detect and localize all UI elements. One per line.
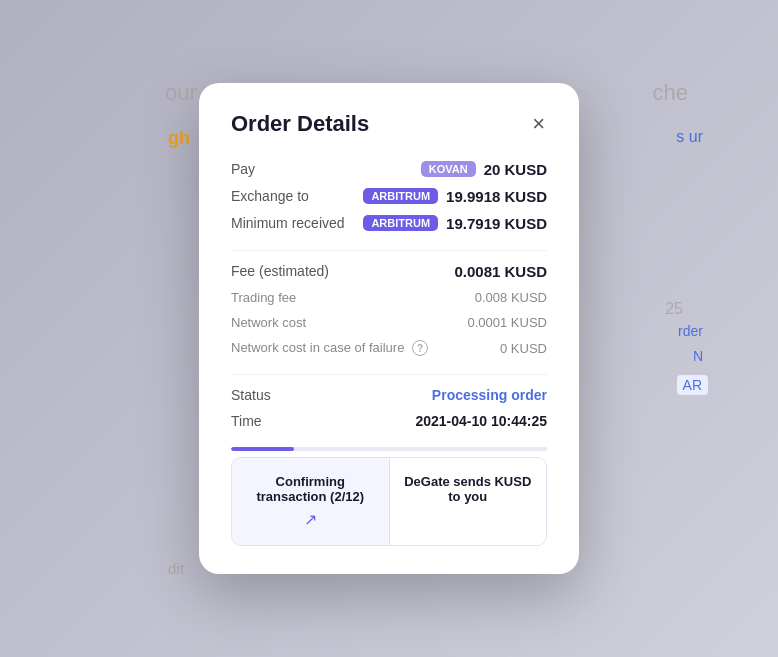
bg-blue-text: s ur (676, 128, 703, 146)
step-2: DeGate sends KUSD to you (390, 458, 547, 545)
min-received-label: Minimum received (231, 215, 345, 231)
network-cost-failure-label: Network cost in case of failure ? (231, 340, 428, 357)
exchange-row: Exchange to ARBITRUM 19.9918 KUSD (231, 188, 547, 205)
progress-bar-fill (231, 447, 294, 451)
close-button[interactable]: × (530, 111, 547, 137)
pay-row: Pay KOVAN 20 KUSD (231, 161, 547, 178)
steps-container: Confirming transaction (2/12) ↗ DeGate s… (231, 457, 547, 546)
status-row: Status Processing order (231, 387, 547, 403)
step-2-title: DeGate sends KUSD to you (404, 474, 533, 504)
step-1-title: Confirming transaction (2/12) (246, 474, 375, 504)
fee-estimated-value: 0.0081 KUSD (454, 263, 547, 280)
trading-fee-label: Trading fee (231, 290, 296, 305)
network-cost-failure-value: 0 KUSD (500, 341, 547, 356)
fee-estimated-label: Fee (estimated) (231, 263, 329, 279)
status-section: Status Processing order Time 2021-04-10 … (231, 387, 547, 429)
min-received-value-group: ARBITRUM 19.7919 KUSD (363, 215, 547, 232)
time-label: Time (231, 413, 262, 429)
bg-label-rder: rder (678, 323, 703, 339)
modal-header: Order Details × (231, 111, 547, 137)
network-cost-failure-row: Network cost in case of failure ? 0 KUSD (231, 340, 547, 357)
pay-label: Pay (231, 161, 255, 177)
network-cost-row: Network cost 0.0001 KUSD (231, 315, 547, 330)
bg-label-ar: AR (677, 375, 708, 395)
bg-text-tr: che (653, 80, 688, 106)
pay-value-group: KOVAN 20 KUSD (421, 161, 547, 178)
exchange-label: Exchange to (231, 188, 309, 204)
status-label: Status (231, 387, 271, 403)
exchange-value-group: ARBITRUM 19.9918 KUSD (363, 188, 547, 205)
min-received-row: Minimum received ARBITRUM 19.7919 KUSD (231, 215, 547, 232)
fee-estimated-row: Fee (estimated) 0.0081 KUSD (231, 263, 547, 280)
trading-fee-row: Trading fee 0.008 KUSD (231, 290, 547, 305)
progress-section: Confirming transaction (2/12) ↗ DeGate s… (231, 447, 547, 546)
bg-text-tl: our (165, 80, 197, 106)
bg-bottom-text: dit (168, 560, 184, 577)
min-received-amount: 19.7919 KUSD (446, 215, 547, 232)
order-details-modal: Order Details × Pay KOVAN 20 KUSD Exchan… (199, 83, 579, 575)
help-icon[interactable]: ? (412, 340, 428, 356)
network-cost-label: Network cost (231, 315, 306, 330)
fee-section: Fee (estimated) 0.0081 KUSD Trading fee … (231, 263, 547, 357)
pay-amount: 20 KUSD (484, 161, 547, 178)
divider-2 (231, 374, 547, 375)
time-row: Time 2021-04-10 10:44:25 (231, 413, 547, 429)
order-summary-section: Pay KOVAN 20 KUSD Exchange to ARBITRUM 1… (231, 161, 547, 232)
pay-badge: KOVAN (421, 161, 476, 177)
bg-num1: 25 (665, 300, 683, 318)
exchange-badge: ARBITRUM (363, 188, 438, 204)
step-1-arrow[interactable]: ↗ (246, 510, 375, 529)
status-value: Processing order (432, 387, 547, 403)
modal-title: Order Details (231, 111, 369, 137)
trading-fee-value: 0.008 KUSD (475, 290, 547, 305)
time-value: 2021-04-10 10:44:25 (415, 413, 547, 429)
exchange-amount: 19.9918 KUSD (446, 188, 547, 205)
step-1: Confirming transaction (2/12) ↗ (232, 458, 390, 545)
network-cost-value: 0.0001 KUSD (468, 315, 548, 330)
divider-1 (231, 250, 547, 251)
bg-orange-text: gh (168, 128, 190, 149)
progress-bar-container (231, 447, 547, 451)
bg-label-n: N (693, 348, 703, 364)
min-received-badge: ARBITRUM (363, 215, 438, 231)
